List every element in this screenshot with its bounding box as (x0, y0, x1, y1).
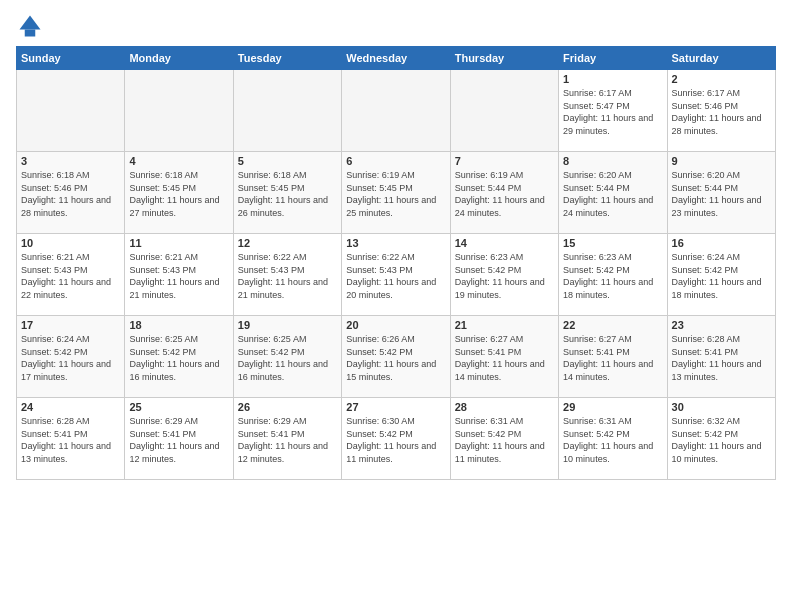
weekday-header-tuesday: Tuesday (233, 47, 341, 70)
calendar-cell: 23Sunrise: 6:28 AM Sunset: 5:41 PM Dayli… (667, 316, 775, 398)
day-info: Sunrise: 6:26 AM Sunset: 5:42 PM Dayligh… (346, 333, 445, 383)
calendar-cell: 29Sunrise: 6:31 AM Sunset: 5:42 PM Dayli… (559, 398, 667, 480)
day-number: 7 (455, 155, 554, 167)
calendar-cell: 5Sunrise: 6:18 AM Sunset: 5:45 PM Daylig… (233, 152, 341, 234)
day-number: 15 (563, 237, 662, 249)
day-info: Sunrise: 6:19 AM Sunset: 5:45 PM Dayligh… (346, 169, 445, 219)
calendar-cell (342, 70, 450, 152)
day-info: Sunrise: 6:17 AM Sunset: 5:47 PM Dayligh… (563, 87, 662, 137)
day-info: Sunrise: 6:24 AM Sunset: 5:42 PM Dayligh… (21, 333, 120, 383)
day-number: 19 (238, 319, 337, 331)
day-info: Sunrise: 6:18 AM Sunset: 5:45 PM Dayligh… (238, 169, 337, 219)
day-number: 5 (238, 155, 337, 167)
day-number: 25 (129, 401, 228, 413)
day-info: Sunrise: 6:22 AM Sunset: 5:43 PM Dayligh… (238, 251, 337, 301)
day-info: Sunrise: 6:25 AM Sunset: 5:42 PM Dayligh… (238, 333, 337, 383)
calendar-cell: 21Sunrise: 6:27 AM Sunset: 5:41 PM Dayli… (450, 316, 558, 398)
day-number: 11 (129, 237, 228, 249)
day-info: Sunrise: 6:20 AM Sunset: 5:44 PM Dayligh… (672, 169, 771, 219)
calendar-cell: 17Sunrise: 6:24 AM Sunset: 5:42 PM Dayli… (17, 316, 125, 398)
day-info: Sunrise: 6:22 AM Sunset: 5:43 PM Dayligh… (346, 251, 445, 301)
day-number: 12 (238, 237, 337, 249)
weekday-header-friday: Friday (559, 47, 667, 70)
day-info: Sunrise: 6:18 AM Sunset: 5:46 PM Dayligh… (21, 169, 120, 219)
calendar-cell: 26Sunrise: 6:29 AM Sunset: 5:41 PM Dayli… (233, 398, 341, 480)
day-number: 29 (563, 401, 662, 413)
calendar-cell (233, 70, 341, 152)
calendar-cell: 10Sunrise: 6:21 AM Sunset: 5:43 PM Dayli… (17, 234, 125, 316)
day-info: Sunrise: 6:21 AM Sunset: 5:43 PM Dayligh… (21, 251, 120, 301)
day-number: 16 (672, 237, 771, 249)
day-number: 20 (346, 319, 445, 331)
day-number: 10 (21, 237, 120, 249)
day-number: 13 (346, 237, 445, 249)
calendar-cell (450, 70, 558, 152)
page: SundayMondayTuesdayWednesdayThursdayFrid… (0, 0, 792, 612)
calendar-cell: 4Sunrise: 6:18 AM Sunset: 5:45 PM Daylig… (125, 152, 233, 234)
day-info: Sunrise: 6:21 AM Sunset: 5:43 PM Dayligh… (129, 251, 228, 301)
day-number: 6 (346, 155, 445, 167)
calendar-cell: 6Sunrise: 6:19 AM Sunset: 5:45 PM Daylig… (342, 152, 450, 234)
day-info: Sunrise: 6:29 AM Sunset: 5:41 PM Dayligh… (129, 415, 228, 465)
calendar-cell: 2Sunrise: 6:17 AM Sunset: 5:46 PM Daylig… (667, 70, 775, 152)
day-info: Sunrise: 6:23 AM Sunset: 5:42 PM Dayligh… (563, 251, 662, 301)
day-number: 4 (129, 155, 228, 167)
day-number: 14 (455, 237, 554, 249)
logo-icon (16, 12, 44, 40)
day-info: Sunrise: 6:28 AM Sunset: 5:41 PM Dayligh… (672, 333, 771, 383)
week-row-3: 10Sunrise: 6:21 AM Sunset: 5:43 PM Dayli… (17, 234, 776, 316)
calendar-cell: 25Sunrise: 6:29 AM Sunset: 5:41 PM Dayli… (125, 398, 233, 480)
calendar-cell: 8Sunrise: 6:20 AM Sunset: 5:44 PM Daylig… (559, 152, 667, 234)
calendar-cell (125, 70, 233, 152)
day-number: 27 (346, 401, 445, 413)
calendar-cell: 12Sunrise: 6:22 AM Sunset: 5:43 PM Dayli… (233, 234, 341, 316)
weekday-header-monday: Monday (125, 47, 233, 70)
calendar-cell: 13Sunrise: 6:22 AM Sunset: 5:43 PM Dayli… (342, 234, 450, 316)
calendar-cell: 11Sunrise: 6:21 AM Sunset: 5:43 PM Dayli… (125, 234, 233, 316)
calendar-cell: 30Sunrise: 6:32 AM Sunset: 5:42 PM Dayli… (667, 398, 775, 480)
calendar-cell: 28Sunrise: 6:31 AM Sunset: 5:42 PM Dayli… (450, 398, 558, 480)
logo (16, 12, 48, 40)
day-info: Sunrise: 6:17 AM Sunset: 5:46 PM Dayligh… (672, 87, 771, 137)
weekday-header-saturday: Saturday (667, 47, 775, 70)
day-info: Sunrise: 6:29 AM Sunset: 5:41 PM Dayligh… (238, 415, 337, 465)
calendar-cell: 7Sunrise: 6:19 AM Sunset: 5:44 PM Daylig… (450, 152, 558, 234)
day-info: Sunrise: 6:27 AM Sunset: 5:41 PM Dayligh… (563, 333, 662, 383)
svg-rect-1 (25, 30, 36, 37)
calendar-cell: 18Sunrise: 6:25 AM Sunset: 5:42 PM Dayli… (125, 316, 233, 398)
day-number: 3 (21, 155, 120, 167)
day-number: 21 (455, 319, 554, 331)
day-info: Sunrise: 6:23 AM Sunset: 5:42 PM Dayligh… (455, 251, 554, 301)
week-row-4: 17Sunrise: 6:24 AM Sunset: 5:42 PM Dayli… (17, 316, 776, 398)
day-number: 26 (238, 401, 337, 413)
day-info: Sunrise: 6:20 AM Sunset: 5:44 PM Dayligh… (563, 169, 662, 219)
calendar-cell (17, 70, 125, 152)
day-info: Sunrise: 6:18 AM Sunset: 5:45 PM Dayligh… (129, 169, 228, 219)
calendar-cell: 3Sunrise: 6:18 AM Sunset: 5:46 PM Daylig… (17, 152, 125, 234)
day-number: 30 (672, 401, 771, 413)
day-info: Sunrise: 6:30 AM Sunset: 5:42 PM Dayligh… (346, 415, 445, 465)
weekday-header-thursday: Thursday (450, 47, 558, 70)
day-number: 28 (455, 401, 554, 413)
day-number: 9 (672, 155, 771, 167)
day-number: 23 (672, 319, 771, 331)
calendar-cell: 14Sunrise: 6:23 AM Sunset: 5:42 PM Dayli… (450, 234, 558, 316)
day-info: Sunrise: 6:31 AM Sunset: 5:42 PM Dayligh… (455, 415, 554, 465)
calendar-cell: 22Sunrise: 6:27 AM Sunset: 5:41 PM Dayli… (559, 316, 667, 398)
week-row-5: 24Sunrise: 6:28 AM Sunset: 5:41 PM Dayli… (17, 398, 776, 480)
weekday-header-wednesday: Wednesday (342, 47, 450, 70)
header (16, 12, 776, 40)
day-info: Sunrise: 6:27 AM Sunset: 5:41 PM Dayligh… (455, 333, 554, 383)
calendar-cell: 1Sunrise: 6:17 AM Sunset: 5:47 PM Daylig… (559, 70, 667, 152)
calendar-cell: 9Sunrise: 6:20 AM Sunset: 5:44 PM Daylig… (667, 152, 775, 234)
week-row-2: 3Sunrise: 6:18 AM Sunset: 5:46 PM Daylig… (17, 152, 776, 234)
day-number: 2 (672, 73, 771, 85)
week-row-1: 1Sunrise: 6:17 AM Sunset: 5:47 PM Daylig… (17, 70, 776, 152)
weekday-header-row: SundayMondayTuesdayWednesdayThursdayFrid… (17, 47, 776, 70)
day-info: Sunrise: 6:32 AM Sunset: 5:42 PM Dayligh… (672, 415, 771, 465)
day-number: 17 (21, 319, 120, 331)
day-number: 8 (563, 155, 662, 167)
day-info: Sunrise: 6:25 AM Sunset: 5:42 PM Dayligh… (129, 333, 228, 383)
calendar-table: SundayMondayTuesdayWednesdayThursdayFrid… (16, 46, 776, 480)
day-info: Sunrise: 6:24 AM Sunset: 5:42 PM Dayligh… (672, 251, 771, 301)
